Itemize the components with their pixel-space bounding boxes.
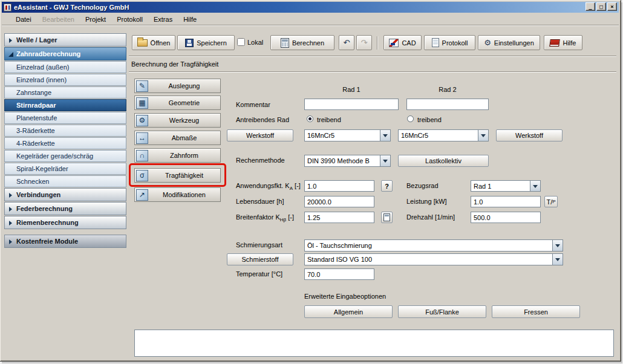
lebensdauer-input[interactable] <box>304 196 374 207</box>
module-button-auslegung[interactable]: ✎ Auslegung <box>134 79 221 93</box>
sidebar-group-federberechnung[interactable]: Federberechnung <box>4 202 126 215</box>
menu-datei[interactable]: Datei <box>10 15 37 24</box>
sidebar-item-zahnstange[interactable]: Zahnstange <box>4 86 126 99</box>
sidebar-group-label: Federberechnung <box>16 205 73 212</box>
calculate-button-label: Berechnen <box>292 39 324 47</box>
sidebar-item-4-raederkette[interactable]: 4-Räderkette <box>4 137 126 149</box>
breitenfaktor-input[interactable] <box>304 212 374 223</box>
rechenmethode-select[interactable]: DIN 3990 Methode B <box>304 155 391 167</box>
module-button-geometrie[interactable]: ▦ Geometrie <box>134 96 221 110</box>
schmierungsart-label: Schmierungsart <box>236 241 282 249</box>
sidebar-group-zahnradberechnung[interactable]: Zahnradberechnung <box>4 47 126 60</box>
close-button[interactable]: × <box>607 2 617 11</box>
schmierstoff-button[interactable]: Schmierstoff <box>227 253 293 265</box>
menu-hilfe[interactable]: Hilfe <box>178 15 202 24</box>
module-button-werkzeug[interactable]: ⚙ Werkzeug <box>134 113 221 128</box>
module-button-label: Tragfähigkeit <box>148 172 220 179</box>
kommentar-label: Kommentar <box>236 101 270 108</box>
module-button-label: Werkzeug <box>148 117 220 124</box>
dropdown-arrow-icon[interactable] <box>478 130 488 141</box>
toolbar-divider <box>129 56 616 57</box>
dropdown-arrow-icon[interactable] <box>380 130 390 141</box>
module-button-abmasse[interactable]: ↔ Abmaße <box>134 131 221 145</box>
help-book-icon <box>550 39 561 47</box>
small-calculator-icon <box>383 213 390 221</box>
fuss-flanke-button[interactable]: Fuß/Flanke <box>398 305 486 318</box>
dropdown-arrow-icon[interactable] <box>552 254 563 265</box>
sidebar-group-welle-lager[interactable]: Welle / Lager <box>4 33 126 47</box>
dropdown-arrow-icon[interactable] <box>530 181 540 191</box>
undo-button[interactable]: ↶ <box>339 35 354 50</box>
dropdown-arrow-icon[interactable] <box>552 240 563 251</box>
leistung-input[interactable] <box>471 196 541 207</box>
werkstoff-rad1-button[interactable]: Werkstoff <box>227 129 293 141</box>
werkstoff-rad1-select[interactable]: 16MnCr5 <box>304 129 391 141</box>
schmierstoff-select[interactable]: Standard ISO VG 100 <box>304 253 563 265</box>
kommentar-rad2-input[interactable] <box>406 99 489 110</box>
breitenfaktor-calculator-button[interactable] <box>381 212 393 223</box>
module-button-label: Zahnform <box>148 152 220 159</box>
kommentar-rad1-input[interactable] <box>304 99 399 110</box>
save-button[interactable]: Speichern <box>177 35 235 50</box>
title-bar[interactable]: eAssistant - GWJ Technology GmbH _ □ × <box>2 2 619 13</box>
sidebar-item-3-raederkette[interactable]: 3-Räderkette <box>4 125 126 137</box>
page-title: Berechnung der Tragfähigkeit <box>131 60 218 68</box>
help-button[interactable]: Hilfe <box>544 35 582 50</box>
treibend-rad2-radio[interactable] <box>407 115 414 122</box>
dropdown-arrow-icon[interactable] <box>380 155 390 166</box>
menu-extras[interactable]: Extras <box>148 15 178 24</box>
module-button-label: Abmaße <box>148 134 220 141</box>
save-button-label: Speichern <box>197 39 227 47</box>
torque-power-toggle-button[interactable]: T/P <box>544 196 558 207</box>
werkstoff-rad2-button[interactable]: Werkstoff <box>496 129 563 141</box>
protocol-button[interactable]: Protokoll <box>424 35 475 50</box>
menu-protokoll[interactable]: Protokoll <box>111 15 148 24</box>
window-controls: _ □ × <box>585 2 617 11</box>
sidebar-group-riemenberechnung[interactable]: Riemenberechnung <box>4 216 126 229</box>
undo-icon: ↶ <box>344 39 350 47</box>
local-checkbox[interactable] <box>237 38 245 46</box>
sidebar-item-planetenstufe[interactable]: Planetenstufe <box>4 112 126 124</box>
maximize-button[interactable]: □ <box>596 2 606 11</box>
sidebar-item-einzelrad-aussen[interactable]: Einzelrad (außen) <box>4 61 126 73</box>
sidebar-item-schnecken[interactable]: Schnecken <box>4 175 126 187</box>
module-button-zahnform[interactable]: ∩ Zahnform <box>134 148 221 163</box>
sidebar-item-label: Einzelrad (außen) <box>16 63 69 71</box>
anwendungsfaktor-input[interactable] <box>304 180 374 192</box>
hint-button[interactable]: ? <box>381 180 393 192</box>
module-button-label: Modifikationen <box>148 191 220 198</box>
tragfaehigkeit-icon: σ <box>136 170 148 181</box>
minimize-button[interactable]: _ <box>585 2 595 11</box>
treibend-rad1-radio[interactable] <box>307 115 313 122</box>
calculate-button[interactable]: Berechnen <box>270 35 334 50</box>
menu-bar: Datei Bearbeiten Projekt Protokoll Extra… <box>2 13 619 25</box>
sidebar-item-einzelrad-innen[interactable]: Einzelrad (innen) <box>4 74 126 86</box>
sidebar-group-kostenfreie-module[interactable]: Kostenfreie Module <box>4 235 126 248</box>
temperatur-input[interactable] <box>304 268 374 280</box>
fressen-button[interactable]: Fressen <box>492 305 580 318</box>
calculator-icon <box>281 38 289 48</box>
menu-bearbeiten: Bearbeiten <box>37 15 80 24</box>
sidebar-group-label: Kostenfreie Module <box>16 238 78 245</box>
cad-button[interactable]: CAD <box>383 35 422 50</box>
sidebar-item-kegelraeder[interactable]: Kegelräder gerade/schräg <box>4 150 126 162</box>
sidebar-item-stirnradpaar[interactable]: Stirnradpaar <box>4 99 126 111</box>
settings-button[interactable]: ⚙ Einstellungen <box>478 35 540 50</box>
werkstoff-rad2-select[interactable]: 16MnCr5 <box>398 129 489 141</box>
toolbar-separator <box>377 36 378 50</box>
sidebar-group-verbindungen[interactable]: Verbindungen <box>4 188 126 201</box>
bezugsrad-select[interactable]: Rad 1 <box>471 180 541 192</box>
module-button-modifikationen[interactable]: ↗ Modifikationen <box>134 187 221 202</box>
module-button-tragfaehigkeit[interactable]: σ Tragfähigkeit <box>134 168 221 183</box>
sidebar-item-spiral-kegelraeder[interactable]: Spiral-Kegelräder <box>4 163 126 175</box>
lastkollektiv-button[interactable]: Lastkollektiv <box>398 155 489 167</box>
drehzahl-input[interactable] <box>471 212 541 223</box>
sidebar-item-label: Schnecken <box>16 178 49 185</box>
schmierungsart-select[interactable]: Öl - Tauchschmierung <box>304 239 563 252</box>
open-folder-icon <box>137 39 148 47</box>
redo-icon: ↷ <box>361 39 368 47</box>
open-button[interactable]: Öffnen <box>132 35 175 50</box>
allgemein-button[interactable]: Allgemein <box>304 305 393 318</box>
menu-projekt[interactable]: Projekt <box>80 15 111 24</box>
protocol-button-label: Protokoll <box>442 39 468 47</box>
